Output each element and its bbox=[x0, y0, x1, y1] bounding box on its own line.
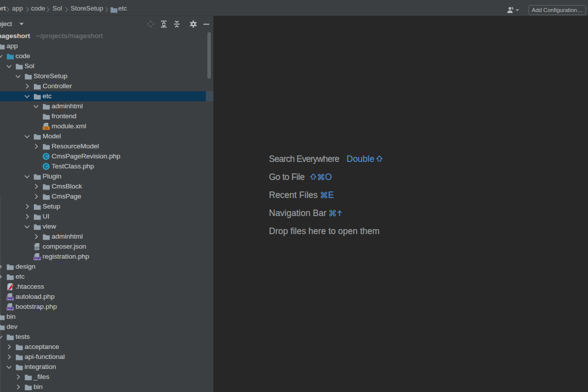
svg-text:PHP: PHP bbox=[34, 257, 41, 260]
svg-text:C: C bbox=[44, 153, 48, 159]
svg-text:PHP: PHP bbox=[7, 307, 14, 310]
svg-text:PHP: PHP bbox=[7, 297, 14, 300]
svg-text:{@}: {@} bbox=[34, 246, 41, 250]
svg-text:C: C bbox=[44, 163, 48, 169]
svg-text:<>: <> bbox=[44, 126, 48, 130]
